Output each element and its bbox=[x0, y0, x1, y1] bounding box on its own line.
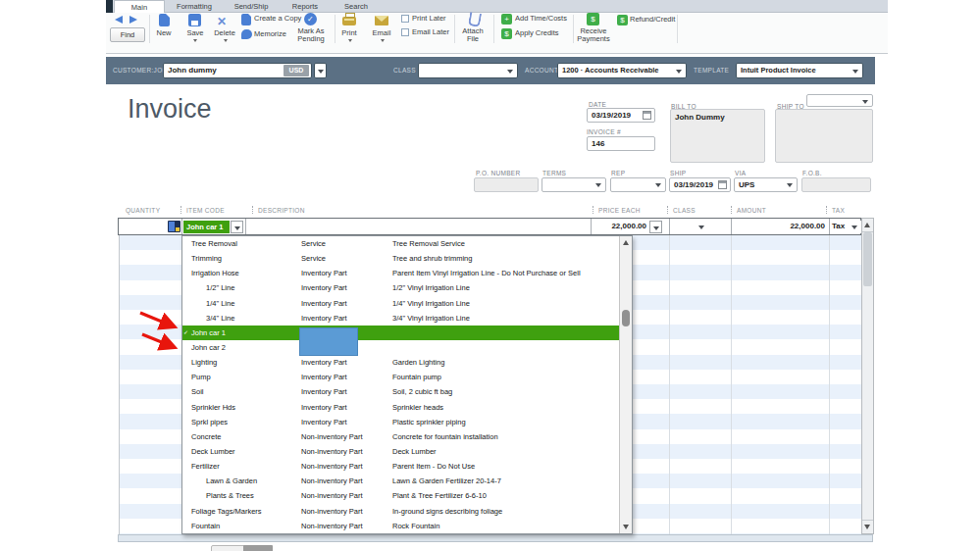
scrollbar-thumb[interactable] bbox=[622, 310, 630, 326]
create-copy-icon[interactable] bbox=[241, 14, 251, 25]
scroll-up-icon[interactable] bbox=[623, 240, 629, 245]
dropdown-item-fountain[interactable]: FountainNon-inventory PartRock Fountain bbox=[182, 519, 620, 533]
line-item-icon[interactable] bbox=[168, 221, 181, 232]
apply-credits-icon[interactable] bbox=[501, 28, 512, 39]
delete-icon[interactable] bbox=[217, 12, 231, 25]
ship-to-box[interactable] bbox=[775, 109, 873, 163]
ship-date-field[interactable]: 03/19/2019 bbox=[669, 177, 731, 192]
customer-job-input[interactable]: John dummy USD bbox=[163, 63, 312, 78]
fob-field[interactable] bbox=[801, 177, 871, 192]
scroll-down-icon[interactable] bbox=[623, 525, 629, 529]
forward-arrow-icon[interactable] bbox=[129, 16, 137, 24]
terms-dropdown[interactable] bbox=[542, 177, 606, 192]
price-dropdown-button[interactable] bbox=[649, 221, 662, 233]
dropdown-item-3-4-line[interactable]: 3/4" LineInventory Part3/4" Vinyl Irriga… bbox=[182, 311, 620, 326]
dropdown-item-1-2-line[interactable]: 1/2" LineInventory Part1/2" Vinyl Irriga… bbox=[182, 280, 620, 295]
account-dropdown[interactable]: 1200 · Accounts Receivable bbox=[557, 63, 687, 78]
ship-to-dropdown[interactable] bbox=[806, 94, 873, 107]
new-icon[interactable] bbox=[159, 14, 170, 26]
create-copy-button[interactable]: Create a Copy bbox=[254, 15, 301, 23]
dropdown-item-plants-trees[interactable]: Plants & TreesNon-inventory PartPlant & … bbox=[182, 488, 620, 503]
print-caret-icon[interactable] bbox=[348, 39, 352, 42]
delete-caret-icon[interactable] bbox=[224, 39, 228, 42]
scroll-up-button[interactable] bbox=[862, 219, 873, 232]
item-name: Foliage Tags/Markers bbox=[191, 504, 262, 519]
tab-send-ship[interactable]: Send/Ship bbox=[224, 0, 279, 13]
add-time-costs-button[interactable]: Add Time/Costs bbox=[515, 15, 567, 23]
save-icon[interactable] bbox=[188, 14, 201, 26]
email-icon[interactable] bbox=[375, 16, 388, 25]
item-dropdown-list[interactable]: Tree RemovalServiceTree Removal ServiceT… bbox=[181, 235, 633, 534]
class-cell-dropdown-button[interactable] bbox=[696, 221, 708, 233]
invoice-number-field[interactable]: 146 bbox=[587, 136, 655, 151]
memorize-icon[interactable] bbox=[241, 29, 252, 39]
dropdown-item-1-4-line[interactable]: 1/4" LineInventory Part1/4" Vinyl Irriga… bbox=[182, 296, 620, 311]
date-field[interactable]: 03/19/2019 bbox=[587, 108, 655, 123]
new-button[interactable]: New bbox=[150, 29, 178, 37]
dropdown-item-concrete[interactable]: ConcreteNon-inventory PartConcrete for f… bbox=[182, 429, 620, 444]
calendar-icon[interactable] bbox=[643, 111, 651, 120]
column-header-amount: AMOUNT bbox=[737, 207, 766, 214]
receive-payments-button[interactable]: Receive Payments bbox=[572, 27, 615, 42]
memorize-button[interactable]: Memorize bbox=[254, 30, 286, 38]
add-time-costs-icon[interactable] bbox=[501, 14, 512, 25]
price-each-cell[interactable]: 22,000.00 bbox=[591, 219, 646, 234]
receive-payments-icon[interactable] bbox=[587, 13, 599, 25]
scroll-up-icon bbox=[864, 223, 870, 227]
template-dropdown[interactable]: Intuit Product Invoice bbox=[736, 63, 863, 78]
back-arrow-icon[interactable] bbox=[115, 16, 123, 24]
print-later-checkbox[interactable] bbox=[401, 15, 409, 23]
email-caret-icon[interactable] bbox=[381, 39, 385, 42]
dropdown-item-deck-lumber[interactable]: Deck LumberNon-inventory PartDeck Lumber bbox=[182, 444, 620, 459]
dropdown-item-trimming[interactable]: TrimmingServiceTree and shrub trimming bbox=[182, 251, 620, 266]
partial-bottom-button-segment[interactable] bbox=[243, 545, 273, 551]
print-button[interactable]: Print bbox=[335, 29, 363, 37]
tab-formatting[interactable]: Formatting bbox=[165, 0, 224, 13]
dropdown-item-lawn-garden[interactable]: Lawn & GardenNon-inventory PartLawn & Ga… bbox=[182, 474, 620, 488]
apply-credits-button[interactable]: Apply Credits bbox=[515, 29, 559, 37]
print-icon[interactable] bbox=[342, 17, 356, 25]
calendar-icon[interactable] bbox=[718, 180, 727, 189]
tab-main[interactable]: Main bbox=[114, 0, 165, 13]
attach-file-button[interactable]: Attach File bbox=[458, 27, 488, 42]
invoice-line-row[interactable]: John car 1 22,000.00 22,000.00 Tax bbox=[118, 218, 861, 235]
amount-cell[interactable]: 22,000.00 bbox=[737, 219, 825, 234]
dropdown-item-sprkl-pipes[interactable]: Sprkl pipesInventory PartPlastic sprinkl… bbox=[182, 415, 620, 429]
dropdown-item-sprinkler-hds[interactable]: Sprinkler HdsInventory PartSprinkler hea… bbox=[182, 400, 620, 415]
scrollbar-thumb[interactable] bbox=[863, 232, 872, 286]
find-button[interactable]: Find bbox=[110, 27, 145, 42]
tab-reports[interactable]: Reports bbox=[279, 0, 332, 13]
grid-scrollbar[interactable] bbox=[861, 218, 874, 534]
tax-dropdown-button[interactable] bbox=[849, 221, 861, 233]
scroll-down-button[interactable] bbox=[862, 520, 873, 533]
po-number-field[interactable] bbox=[474, 177, 539, 192]
mark-pending-icon[interactable] bbox=[304, 13, 317, 25]
rep-dropdown[interactable] bbox=[610, 177, 666, 192]
refund-credit-button[interactable]: Refund/Credit bbox=[630, 16, 675, 24]
via-dropdown[interactable]: UPS bbox=[734, 177, 798, 192]
dropdown-item-fertilizer[interactable]: FertilizerNon-inventory PartParent Item … bbox=[182, 459, 620, 474]
class-dropdown[interactable] bbox=[418, 63, 518, 78]
dropdown-item-lighting[interactable]: LightingInventory PartGarden Lighting bbox=[182, 355, 620, 370]
delete-button[interactable]: Delete bbox=[210, 29, 239, 37]
save-button[interactable]: Save bbox=[181, 29, 209, 37]
save-caret-icon[interactable] bbox=[193, 39, 197, 42]
tab-search[interactable]: Search bbox=[332, 0, 381, 13]
item-code-dropdown-button[interactable] bbox=[231, 221, 243, 233]
dropdown-item-foliage-tags-markers[interactable]: Foliage Tags/MarkersNon-inventory PartIn… bbox=[182, 504, 620, 519]
mark-pending-button[interactable]: Mark As Pending bbox=[290, 27, 332, 42]
bill-to-box[interactable]: John Dummy bbox=[670, 109, 765, 163]
dropdown-item-pump[interactable]: PumpInventory PartFountain pump bbox=[182, 370, 620, 384]
customer-dropdown-button[interactable] bbox=[314, 63, 327, 78]
item-code-cell[interactable]: John car 1 bbox=[183, 221, 230, 233]
email-button[interactable]: Email bbox=[368, 29, 395, 37]
dropdown-item-tree-removal[interactable]: Tree RemovalServiceTree Removal Service bbox=[182, 236, 620, 251]
tax-cell[interactable]: Tax bbox=[832, 219, 850, 234]
email-later-checkbox[interactable] bbox=[401, 28, 409, 36]
dropdown-scrollbar[interactable] bbox=[619, 236, 632, 533]
refund-credit-icon[interactable] bbox=[617, 15, 628, 25]
dropdown-item-irrigation-hose[interactable]: Irrigation HoseInventory PartParent Item… bbox=[182, 266, 620, 280]
dropdown-item-john-car-2[interactable]: John car 2 bbox=[182, 340, 620, 355]
dropdown-item-john-car-1[interactable]: John car 1 bbox=[182, 326, 620, 340]
dropdown-item-soil[interactable]: SoilInventory PartSoil, 2 cubic ft bag bbox=[182, 384, 620, 399]
